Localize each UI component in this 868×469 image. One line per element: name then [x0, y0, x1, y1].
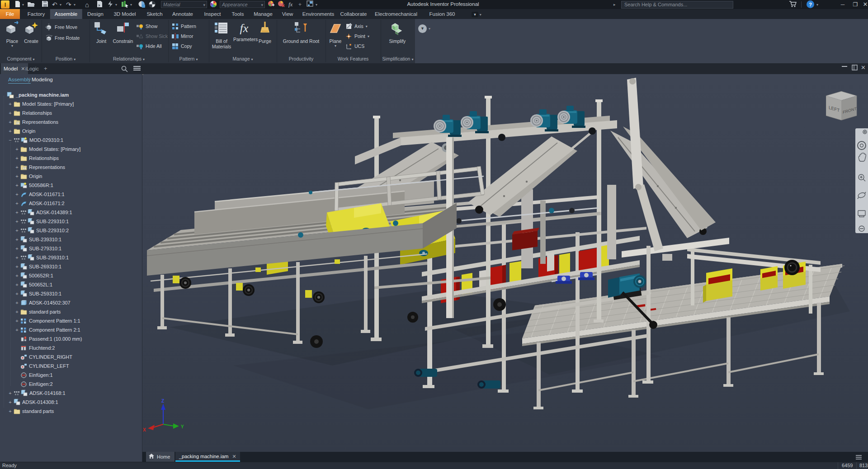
tree-expander[interactable]: +: [14, 146, 19, 152]
ribbon-tab-inspect[interactable]: Inspect: [199, 9, 225, 19]
tab-overflow-button[interactable]: ▾ ▾: [472, 9, 481, 19]
add-qat-icon[interactable]: +: [298, 0, 302, 9]
new-file-caret[interactable]: ▾: [22, 0, 24, 9]
qat-caret[interactable]: ▾: [316, 0, 317, 9]
tree-item[interactable]: +500586R:1: [14, 181, 53, 190]
tree-item[interactable]: CYLINDER_RIGHT: [14, 352, 72, 361]
iproperties-icon[interactable]: [96, 0, 103, 9]
render-ball-icon[interactable]: [148, 0, 156, 9]
home-icon[interactable]: ⌂: [85, 0, 89, 9]
show-button[interactable]: Show: [137, 22, 157, 31]
panel-search-icon[interactable]: [121, 66, 128, 72]
ribbon-tab-assemble[interactable]: Assemble: [50, 9, 82, 19]
ribbon-collapse-button[interactable]: ▼: [418, 24, 427, 33]
joint-button[interactable]: Joint: [92, 20, 110, 44]
tree-expander[interactable]: +: [14, 318, 19, 324]
tree-expander[interactable]: +: [8, 101, 13, 107]
tree-expander[interactable]: +: [14, 282, 19, 287]
tree-expander[interactable]: +: [14, 237, 19, 242]
tree-expander[interactable]: +: [8, 128, 13, 134]
ribbon-tab-file[interactable]: File: [0, 9, 20, 19]
adjust-color-icon[interactable]: [268, 0, 275, 9]
tree-item[interactable]: +Relationships: [8, 108, 52, 117]
clear-appearance-icon[interactable]: [278, 0, 285, 9]
ribbon-tab-environments[interactable]: Environments: [298, 9, 339, 19]
tree-expander[interactable]: +: [8, 399, 13, 405]
plane-button[interactable]: Plane▾: [327, 20, 344, 48]
navigation-bar[interactable]: [855, 128, 868, 233]
appearance-select[interactable]: Appearance▾: [220, 1, 265, 8]
tree-expander[interactable]: +: [14, 228, 19, 233]
tree-expander[interactable]: +: [8, 408, 13, 414]
ribbon-tab-electromechanical[interactable]: Electromechanical: [370, 9, 422, 19]
tree-item[interactable]: +ADSK-011671:2: [14, 199, 65, 208]
ribbon-tab-view[interactable]: View: [278, 9, 298, 19]
tree-item[interactable]: +500652L:1: [14, 280, 52, 289]
browser-view-modeling[interactable]: Modeling: [32, 77, 53, 82]
material-select[interactable]: Material▾: [161, 1, 207, 8]
bill-of-materials-button[interactable]: Bill of Materials: [211, 20, 232, 50]
doc-tab-active[interactable]: _packing machine.iam✕: [175, 452, 240, 462]
tree-item[interactable]: +ADSK-014502:307: [14, 298, 71, 307]
ribbon-tab-factory[interactable]: Factory: [23, 9, 49, 19]
copy-button[interactable]: Copy: [172, 42, 192, 51]
tree-item[interactable]: +standard parts: [8, 407, 54, 416]
doc-tab-home[interactable]: Home: [146, 452, 175, 462]
measure-icon[interactable]: [121, 0, 129, 9]
group-label-simplification[interactable]: Simplification ▾: [381, 56, 415, 62]
save-icon[interactable]: [42, 0, 48, 9]
tree-item[interactable]: +ADSK-011671:1: [14, 190, 65, 199]
tree-expander[interactable]: +: [8, 390, 13, 396]
tree-item[interactable]: +Origin: [14, 172, 42, 181]
inventor-logo[interactable]: I: [1, 0, 9, 9]
purge-button[interactable]: Purge: [256, 20, 274, 44]
tree-item[interactable]: +SUB-299310:1: [14, 253, 69, 262]
tree-item[interactable]: +SUB-229310:2: [14, 226, 69, 235]
viewport-3d[interactable]: LEFT FRONT Z X Y Ho: [142, 74, 868, 462]
tree-item[interactable]: _packing machine.iam: [1, 90, 69, 99]
place-button[interactable]: Place▾: [3, 20, 22, 48]
tree-expander[interactable]: +: [14, 210, 19, 215]
doc-restore-icon[interactable]: [852, 65, 858, 70]
tree-expander[interactable]: +: [14, 327, 19, 333]
color-wheel-icon[interactable]: [210, 0, 217, 9]
update-caret[interactable]: ▾: [115, 0, 117, 9]
doc-close-icon[interactable]: ✕: [861, 64, 866, 71]
tree-expander[interactable]: +: [14, 174, 19, 179]
tree-expander[interactable]: +: [14, 155, 19, 161]
tree-expander[interactable]: +: [14, 192, 19, 197]
panel-tab-model[interactable]: Model✕: [1, 63, 28, 74]
undo-icon[interactable]: ↶: [52, 0, 57, 9]
tree-item[interactable]: +500652R:1: [14, 271, 53, 280]
panel-menu-icon[interactable]: [133, 65, 141, 71]
group-label-productivity[interactable]: Productivity: [277, 56, 326, 62]
measure-caret[interactable]: ▾: [130, 0, 132, 9]
tree-expander[interactable]: −: [8, 137, 13, 143]
tree-item[interactable]: +SUB-239310:1: [14, 235, 61, 244]
cart-icon[interactable]: [789, 0, 797, 9]
ribbon-tab-tools[interactable]: Tools: [227, 9, 249, 19]
tree-expander[interactable]: +: [14, 291, 19, 296]
group-label-work-features[interactable]: Work Features: [326, 56, 381, 62]
tree-expander[interactable]: +: [8, 110, 13, 116]
ribbon-tab-annotate[interactable]: Annotate: [168, 9, 198, 19]
tree-item[interactable]: Einfügen:2: [14, 380, 53, 389]
tree-expander[interactable]: +: [14, 273, 19, 278]
tree-expander[interactable]: +: [14, 300, 19, 305]
group-label-relationships[interactable]: Relationships ▾: [90, 56, 168, 62]
close-button[interactable]: ✕: [860, 0, 868, 9]
parameters-button[interactable]: fx Parameters: [233, 20, 255, 42]
ribbon-tab-design[interactable]: Design: [83, 9, 108, 19]
help-icon[interactable]: ?: [807, 0, 814, 8]
constrain-button[interactable]: Constrain: [111, 20, 135, 44]
free-rotate-button[interactable]: Free Rotate: [45, 33, 80, 42]
ribbon-collapse-caret[interactable]: ▾: [429, 27, 430, 31]
redo-caret[interactable]: ▾: [74, 0, 75, 9]
tree-item[interactable]: CYLINDER_LEFT: [14, 361, 69, 371]
point-button[interactable]: Point▾: [345, 32, 369, 41]
undo-caret[interactable]: ▾: [60, 0, 61, 9]
panel-tab-ilogic[interactable]: iLogic: [25, 63, 39, 74]
ribbon-tab-manage[interactable]: Manage: [249, 9, 277, 19]
simplify-button[interactable]: Simplify: [385, 20, 410, 44]
tree-item[interactable]: +Representations: [14, 163, 65, 172]
